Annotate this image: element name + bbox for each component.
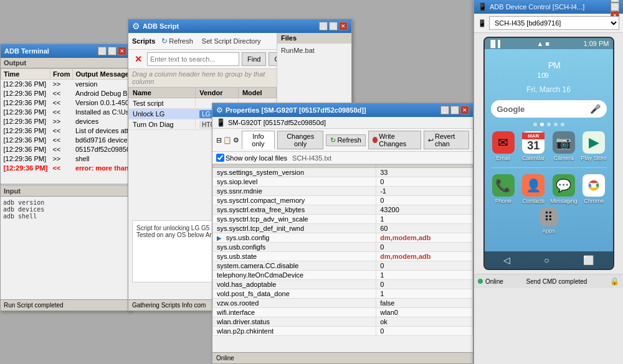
table-row[interactable]: wifi.interfacewlan0	[213, 308, 473, 317]
icon-export: 📋	[223, 136, 232, 144]
delete-search-button[interactable]: ✕	[132, 54, 145, 64]
local-files-checkbox[interactable]	[216, 154, 224, 162]
table-row[interactable]: sys.sysctrl.tcp_def_init_rwnd60	[213, 224, 473, 233]
table-row: [12:29:36 PM]<<05157df52c09850d	[1, 145, 131, 154]
table-row[interactable]: wlan.p2p.chkintent0	[213, 327, 473, 336]
time-digits: 1:09PM	[485, 54, 613, 84]
online-status-text: Online	[485, 278, 503, 285]
revert-icon: ↩	[428, 136, 434, 144]
google-search-bar[interactable]: Google 🎤	[491, 100, 607, 118]
camera-label: Camera	[554, 155, 574, 161]
maximize-button[interactable]: □	[108, 47, 117, 55]
input-area: adb version adb devices adb shell	[1, 197, 130, 222]
phone-app[interactable]: 📞 Phone	[490, 174, 518, 204]
icon-col-chooser: ⊟	[216, 136, 222, 144]
dot-2	[540, 123, 544, 126]
search-input[interactable]	[147, 52, 239, 66]
messaging-label: Messaging	[550, 198, 578, 204]
table-row[interactable]: sys.siop.level0	[213, 177, 473, 187]
table-row[interactable]: sys.sysctrl.tcp_adv_win_scale1	[213, 215, 473, 224]
prop-val-header	[376, 165, 473, 168]
online-dot	[478, 279, 483, 284]
script-maximize-btn[interactable]: □	[329, 22, 338, 30]
props-refresh-button[interactable]: ↻ Refresh	[326, 134, 366, 146]
table-row[interactable]: sys.settings_system_version33	[213, 168, 473, 177]
props-maximize-btn[interactable]: □	[450, 106, 459, 114]
device-dropdown[interactable]: SCH-I435 [bd6d9716]	[489, 16, 619, 30]
table-row: [12:29:36 PM]<<bd6d9716 device	[1, 136, 131, 145]
script-close-btn[interactable]: ✕	[339, 22, 348, 30]
refresh-button[interactable]: ↻ Refresh	[159, 35, 196, 47]
table-row[interactable]: telephony.lteOnCdmaDevice1	[213, 271, 473, 280]
apps-button[interactable]: ⠿ Apps	[540, 208, 558, 234]
device-selector-row: 📱 SCH-I435 [bd6d9716]	[474, 14, 623, 33]
apps-label: Apps	[542, 228, 555, 234]
properties-title: Properties [SM-G920T [05157df52c09850d]]	[226, 106, 366, 114]
input-section-header: Input	[1, 186, 130, 197]
chrome-label: Chrome	[584, 198, 604, 204]
table-row[interactable]: wlan.driver.statusok	[213, 317, 473, 327]
playstore-app[interactable]: ▶ Play Store	[580, 131, 608, 161]
props-filter-row: Show only local files SCH-I435.txt	[212, 152, 473, 164]
messaging-app[interactable]: 💬 Messaging	[550, 174, 578, 204]
changes-only-tab[interactable]: Changes only	[277, 131, 324, 149]
revert-changes-button[interactable]: ↩ Revert chan	[424, 131, 469, 149]
table-row[interactable]: ▶ sys.usb.configdm,modem,adb	[213, 233, 473, 243]
table-row[interactable]: sys.usb.configfs0	[213, 243, 473, 252]
local-files-checkbox-label[interactable]: Show only local files	[216, 154, 287, 162]
script-minimize-btn[interactable]: _	[319, 22, 328, 30]
minimize-button[interactable]: _	[98, 47, 107, 55]
table-row[interactable]: sys.ssnr.mdnie-1	[213, 187, 473, 196]
chrome-app[interactable]: Chrome	[580, 174, 608, 204]
info-only-tab[interactable]: Info only	[242, 131, 275, 149]
email-icon: ✉	[492, 131, 515, 154]
device-maximize-btn[interactable]: □	[611, 2, 619, 11]
table-row[interactable]: vold.has_adoptable0	[213, 280, 473, 289]
camera-app[interactable]: 📷 Camera	[550, 131, 578, 161]
app-grid-row1: ✉ Email MAR 31 Calendar 📷 Camera ▶ Play …	[485, 129, 613, 164]
calendar-label: Calendar	[522, 155, 545, 161]
table-row[interactable]: sys.usb.statedm,modem,adb	[213, 252, 473, 261]
table-row: [12:29:36 PM]<<List of devices attach	[1, 126, 131, 136]
props-win-controls: _ □ ✕	[440, 106, 469, 114]
table-row[interactable]: system.camera.CC.disable0	[213, 261, 473, 271]
adb-terminal-window: ADB Terminal _ □ ✕ Output Time From Outp…	[0, 44, 131, 311]
file-item[interactable]: RunMe.bat	[280, 46, 349, 55]
props-minimize-btn[interactable]: _	[440, 106, 449, 114]
apps-icon: ⠿	[540, 208, 558, 226]
table-row[interactable]: vold.post_fs_data_done1	[213, 289, 473, 299]
script-toolbar: Scripts ↻ Refresh Set Script Directory	[128, 33, 277, 50]
col-model: Model	[238, 88, 276, 98]
email-app[interactable]: ✉ Email	[490, 131, 518, 161]
table-row[interactable]: sys.sysctrl.compact_memory0	[213, 196, 473, 205]
phone-screen: ▐▌▌ ▲ ■ 1:09 PM 1:09PM Fri, March 16 Goo…	[483, 37, 614, 270]
col-message: Output Message	[73, 69, 130, 80]
contacts-app[interactable]: 👤 Contacts	[520, 174, 548, 204]
table-row: [12:29:36 PM]<<Installed as C:\Users	[1, 108, 131, 117]
recents-nav-icon[interactable]: ⬜	[583, 255, 594, 265]
device-control-title: ADB Device Control [SCH-I4...]	[490, 3, 584, 11]
contacts-icon: 👤	[522, 174, 545, 197]
device-control-titlebar: 📱 ADB Device Control [SCH-I4...] _ □ ✕	[474, 0, 623, 14]
props-table: sys.settings_system_version33sys.siop.le…	[212, 164, 473, 336]
col-name: Name	[129, 88, 196, 98]
adb-terminal-title: ADB Terminal	[4, 47, 49, 55]
home-nav-icon[interactable]: ○	[544, 255, 549, 265]
calendar-app[interactable]: MAR 31 Calendar	[520, 131, 548, 161]
date-display: Fri, March 16	[485, 85, 613, 94]
close-button[interactable]: ✕	[118, 47, 126, 55]
table-row[interactable]: vzw.os.rootedfalse	[213, 299, 473, 308]
calendar-icon: MAR 31	[522, 131, 545, 154]
messaging-icon: 💬	[553, 174, 575, 197]
script-window-controls: _ □ ✕	[319, 22, 348, 30]
back-nav-icon[interactable]: ◁	[503, 255, 510, 265]
set-directory-button[interactable]: Set Script Directory	[199, 36, 264, 46]
find-button[interactable]: Find	[242, 52, 266, 66]
props-close-btn[interactable]: ✕	[460, 106, 469, 114]
dot-3	[547, 123, 551, 126]
microphone-icon: 🎤	[590, 104, 601, 114]
google-logo: Google	[497, 105, 525, 114]
group-by-header: Drag a column header here to group by th…	[128, 69, 277, 87]
write-changes-button[interactable]: Write Changes	[368, 131, 421, 149]
table-row[interactable]: sys.sysctrl.extra_free_kbytes43200	[213, 205, 473, 215]
